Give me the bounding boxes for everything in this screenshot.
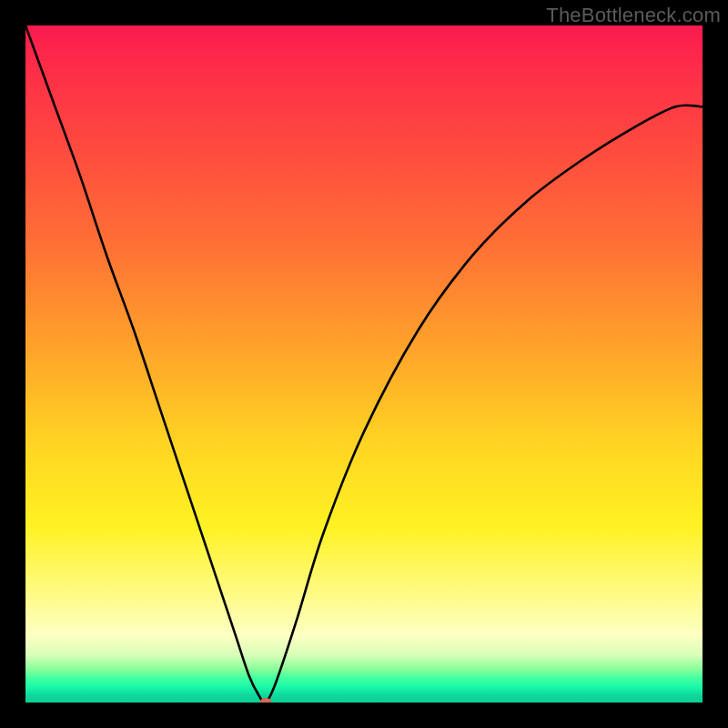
bottleneck-curve bbox=[25, 25, 703, 703]
curve-path bbox=[25, 25, 703, 703]
plot-area bbox=[25, 25, 703, 703]
optimum-marker bbox=[260, 698, 272, 703]
chart-frame: TheBottleneck.com bbox=[0, 0, 728, 728]
watermark-text: TheBottleneck.com bbox=[546, 4, 721, 27]
